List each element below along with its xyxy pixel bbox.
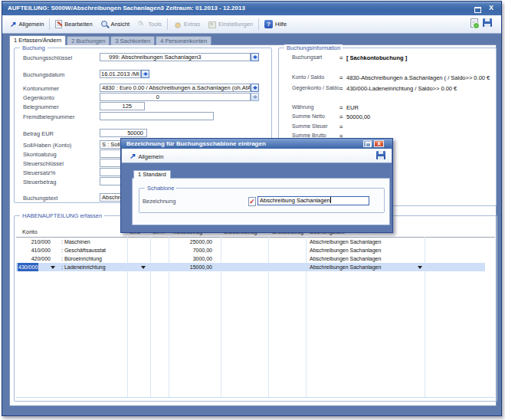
bezeichnung-input[interactable]: Abschreibung Sachanlagen xyxy=(257,196,369,205)
cell-konto[interactable]: 410/000 xyxy=(18,246,51,254)
summe-netto-label: Summe Netto xyxy=(292,113,325,119)
dialog-menu-allgemein[interactable]: ↗Allgemein xyxy=(126,149,167,163)
buchungsschluessel-spinner[interactable] xyxy=(251,53,259,61)
steuersatz-label: Steuersatz% xyxy=(23,169,56,177)
cell-konto[interactable]: 210/000 xyxy=(18,238,51,246)
help-icon: ? xyxy=(264,20,273,28)
arrow-up-right-icon: ↗ xyxy=(10,21,16,28)
col-header-konto[interactable]: Konto xyxy=(22,228,38,235)
table-row[interactable]: 410/000 : Geschäftsausstat 7000,00 Absch… xyxy=(16,246,494,254)
equals-mark: = xyxy=(339,85,343,92)
cell-buchungstext[interactable]: Abschreibungen Sachanlagen xyxy=(310,246,381,254)
equals-mark: = xyxy=(339,74,343,81)
cell-nettobetrag[interactable]: 25000,00 xyxy=(171,238,212,246)
cell-nettobetrag[interactable]: 3000,00 xyxy=(171,254,212,263)
dialog-panel: Schablone Bezeichnung ✓ Abschreibung Sac… xyxy=(132,178,390,225)
separator xyxy=(167,18,168,30)
dialog-toolbar: ↗Allgemein xyxy=(122,149,392,163)
habenaufteilung-group-label: HABENAUFTEILUNG erfassen xyxy=(20,212,104,219)
equals-mark: = xyxy=(339,104,343,111)
cell-kontoname[interactable]: : Geschäftsausstat xyxy=(61,246,106,254)
menu-ansicht[interactable]: Ansicht xyxy=(97,18,134,31)
cell-buchungstext[interactable]: Abschreibungen Sachanlagen xyxy=(310,263,381,271)
buchungsdatum-spinner[interactable] xyxy=(141,70,149,78)
cell-kontoname[interactable]: : Ladeneinrichtung xyxy=(61,263,106,271)
magnifier-icon xyxy=(100,20,109,28)
schablone-group: Schablone Bezeichnung ✓ Abschreibung Sac… xyxy=(139,188,385,213)
menu-einstellungen[interactable]: Einstellungen xyxy=(204,18,257,31)
text-caret xyxy=(330,197,331,203)
summe-steuer-label: Summe Steuer xyxy=(292,123,328,129)
new-document-icon[interactable] xyxy=(471,18,478,28)
buchungsdatum-input[interactable]: 16.01.2013 /Mi xyxy=(100,70,141,78)
gegenkonto-spinner[interactable] xyxy=(251,93,259,101)
konto-saldo-value: 4830-Abschreibungen a.Sachanlagen ( / Sa… xyxy=(346,74,490,81)
equals-mark: = xyxy=(339,54,343,61)
menu-toolbar: ↗Allgemein Bearbeiten Ansicht Tools Extr… xyxy=(2,15,501,34)
cell-nettobetrag[interactable]: 7000,00 xyxy=(171,246,212,254)
equals-mark: = xyxy=(339,123,343,130)
dialog-tab-standard[interactable]: 1 Standard xyxy=(133,170,171,179)
fremdbelegnummer-input[interactable] xyxy=(100,112,214,120)
menu-allgemein[interactable]: ↗Allgemein xyxy=(6,18,48,31)
equals-mark: = xyxy=(339,113,343,120)
buchungsart-label: Buchungsart xyxy=(292,54,322,60)
required-check-icon: ✓ xyxy=(248,197,256,206)
buchungsart-value: [ Sachkontobuchung ] xyxy=(346,54,407,61)
belegnummer-input[interactable]: 125 xyxy=(100,102,145,110)
steuerschluessel-label: Steuerschlüssel xyxy=(23,159,64,168)
bezeichnung-label: Bezeichnung xyxy=(143,197,175,205)
skontoabzug-label: Skontoabzug xyxy=(23,150,57,159)
menu-bearbeiten[interactable]: Bearbeiten xyxy=(51,18,96,31)
konto-saldo-label: Konto / Saldo xyxy=(292,74,324,80)
menu-extras[interactable]: Extras xyxy=(169,18,204,31)
table-row[interactable]: 420/000 : Büroeinrichtung 3000,00 Abschr… xyxy=(16,254,494,263)
edit-icon xyxy=(55,20,62,28)
dialog-title: Bezeichnung für Buchungsschablone eintra… xyxy=(126,140,266,147)
dialog-save-icon[interactable] xyxy=(376,151,385,159)
cell-buchungstext[interactable]: Abschreibungen Sachanlagen xyxy=(310,238,381,246)
cell-kontoname[interactable]: : Maschinen xyxy=(61,238,90,246)
schablone-group-label: Schablone xyxy=(145,185,176,192)
waehrung-value: EUR xyxy=(346,104,359,111)
dropdown-arrow-icon[interactable] xyxy=(418,266,422,269)
buchungsdatum-label: Buchungsdatum xyxy=(23,71,64,79)
tab-sachkonten[interactable]: 3 Sachkonten xyxy=(110,36,155,45)
cell-kontoname[interactable]: : Büroeinrichtung xyxy=(61,254,102,263)
table-row[interactable]: 210/000 : Maschinen 25000,00 Abschreibun… xyxy=(16,238,494,246)
dialog-restore-icon[interactable] xyxy=(363,140,372,147)
tab-buchungen[interactable]: 2 Buchungen xyxy=(67,36,110,45)
buchungsschluessel-input[interactable]: 999: Abschreibungen Sachanlagen3 xyxy=(100,53,251,61)
separator xyxy=(258,18,259,30)
buchungsinformation-group-label: Buchungsinformation xyxy=(284,44,343,51)
dropdown-arrow-icon[interactable] xyxy=(141,266,146,269)
cell-nettobetrag[interactable]: 15000,00 xyxy=(171,263,212,271)
selected-konto-cell[interactable]: 430/000 xyxy=(18,263,38,271)
summe-brutto-label: Summe Brutto xyxy=(292,133,326,138)
gegenkonto-input[interactable]: 0 xyxy=(100,93,251,101)
sollhaben-label: Soll/Haben (Konto) xyxy=(23,141,71,149)
buchung-group-label: Buchung xyxy=(20,44,48,51)
separator xyxy=(49,18,50,30)
menu-hilfe[interactable]: ?Hilfe xyxy=(261,18,290,31)
cell-buchungstext[interactable]: Abschreibungen Sachanlagen xyxy=(310,254,381,263)
tab-erfassen-aendern[interactable]: 1 Erfassen/Ändern xyxy=(9,35,66,45)
menu-tools[interactable]: Tools xyxy=(133,18,166,31)
betrag-input[interactable]: 50000 xyxy=(100,129,147,137)
kontonummer-input[interactable]: 4830 : Euro 0.00 / Abschreibungen a.Sach… xyxy=(100,84,251,92)
save-icon[interactable] xyxy=(483,18,492,27)
dialog-title-bar: Bezeichnung für Buchungsschablone eintra… xyxy=(121,139,392,149)
steuerbetrag-label: Steuerbetrag xyxy=(23,178,56,186)
kontonummer-spinner[interactable] xyxy=(251,84,259,92)
summe-netto-value: 50000,00 xyxy=(346,113,370,120)
tab-personenkonten[interactable]: 4 Personenkonten xyxy=(156,36,212,45)
table-row-selected[interactable]: 430/000 : Ladeneinrichtung 15000,00 Absc… xyxy=(16,263,485,271)
close-icon[interactable]: X xyxy=(489,4,494,11)
fremdbelegnummer-label: Fremdbelegnummer xyxy=(23,113,75,121)
title-bar: AUFTEILUNG: S000W/Abschreibungen Sachanl… xyxy=(2,2,501,15)
window-title: AUFTEILUNG: S000W/Abschreibungen Sachanl… xyxy=(8,5,245,11)
app-window: AUFTEILUNG: S000W/Abschreibungen Sachanl… xyxy=(2,1,502,416)
cell-konto[interactable]: 420/000 xyxy=(18,254,51,263)
dropdown-arrow-icon[interactable] xyxy=(51,266,55,269)
dialog-close-icon[interactable]: X xyxy=(374,140,384,147)
